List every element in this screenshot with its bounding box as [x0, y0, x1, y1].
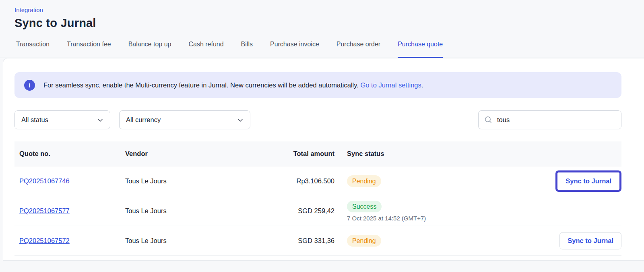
breadcrumb[interactable]: Integration — [14, 6, 644, 13]
vendor-cell: Tous Le Jours — [120, 207, 284, 215]
sync-to-jurnal-button[interactable]: Sync to Jurnal — [559, 232, 621, 249]
status-badge: Pending — [347, 175, 381, 187]
status-badge: Pending — [347, 235, 381, 247]
status-filter-value: All status — [21, 116, 48, 124]
quote-link[interactable]: PQ20251067577 — [19, 207, 70, 214]
tab-transaction-fee[interactable]: Transaction fee — [67, 41, 111, 58]
status-badge: Success — [347, 201, 382, 212]
vendor-cell: Tous Le Jours — [120, 177, 284, 185]
chevron-down-icon — [97, 117, 103, 123]
banner-text: For seamless sync, enable the Multi-curr… — [43, 81, 423, 89]
filter-bar: All status All currency — [14, 110, 621, 129]
sync-to-jurnal-button[interactable]: Sync to Jurnal — [557, 172, 619, 190]
tab-bar: Transaction Transaction fee Balance top … — [0, 41, 644, 58]
chevron-down-icon — [237, 117, 244, 123]
table-row: PQ20251067577 Tous Le Jours SGD 259,42 S… — [14, 196, 621, 226]
page-title: Sync to Jurnal — [14, 17, 644, 30]
total-amount-cell: SGD 259,42 — [284, 207, 339, 215]
page-header: Integration Sync to Jurnal — [0, 0, 644, 30]
currency-filter-dropdown[interactable]: All currency — [119, 110, 250, 129]
jurnal-settings-link[interactable]: Go to Jurnal settings — [360, 81, 421, 89]
search-box[interactable] — [478, 110, 621, 129]
table-row: PQ20251067746 Tous Le Jours Rp3.106.500 … — [14, 166, 621, 196]
purchase-quote-table: Quote no. Vendor Total amount Sync statu… — [14, 141, 621, 256]
search-icon — [484, 116, 493, 124]
header-total-amount: Total amount — [284, 150, 339, 158]
quote-link[interactable]: PQ20251067746 — [19, 177, 70, 185]
status-filter-dropdown[interactable]: All status — [14, 110, 110, 129]
table-header-row: Quote no. Vendor Total amount Sync statu… — [14, 141, 621, 166]
content-card: i For seamless sync, enable the Multi-cu… — [3, 58, 644, 261]
search-input[interactable] — [497, 116, 615, 124]
table-row: PQ20251067572 Tous Le Jours SGD 331,36 P… — [14, 226, 621, 256]
tab-balance-top-up[interactable]: Balance top up — [128, 41, 171, 58]
currency-filter-value: All currency — [126, 116, 161, 124]
sync-timestamp: 7 Oct 2025 at 14:52 (GMT+7) — [347, 215, 537, 222]
tab-transaction[interactable]: Transaction — [16, 41, 50, 58]
tab-cash-refund[interactable]: Cash refund — [188, 41, 223, 58]
header-quote-no: Quote no. — [14, 150, 120, 158]
tab-purchase-order[interactable]: Purchase order — [336, 41, 380, 58]
tab-bills[interactable]: Bills — [241, 41, 253, 58]
info-banner: i For seamless sync, enable the Multi-cu… — [14, 72, 621, 98]
header-vendor: Vendor — [120, 150, 284, 158]
total-amount-cell: SGD 331,36 — [284, 237, 339, 245]
quote-link[interactable]: PQ20251067572 — [19, 237, 70, 244]
vendor-cell: Tous Le Jours — [120, 237, 284, 245]
tab-purchase-invoice[interactable]: Purchase invoice — [270, 41, 319, 58]
header-sync-status: Sync status — [339, 150, 537, 158]
action-highlight-ring: Sync to Jurnal — [555, 170, 621, 192]
info-icon: i — [24, 80, 35, 91]
total-amount-cell: Rp3.106.500 — [284, 177, 339, 185]
tab-purchase-quote[interactable]: Purchase quote — [398, 41, 443, 58]
